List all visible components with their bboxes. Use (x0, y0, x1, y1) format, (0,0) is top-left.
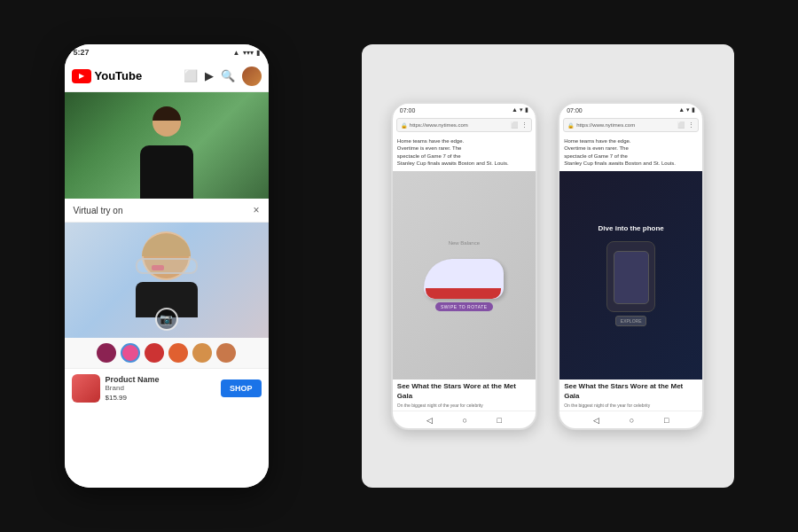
back-button-left[interactable]: ◁ (426, 416, 433, 425)
swatch-pink[interactable] (121, 343, 140, 363)
inner-phone-screen (614, 251, 649, 304)
article-content-right: Home teams have the edge. Overtime is ev… (559, 134, 702, 171)
cast-icon[interactable]: ⬜ (184, 69, 198, 82)
shop-button[interactable]: SHOP (221, 379, 262, 397)
big-headline-right: See What the Stars Wore at the Met Gala (564, 382, 698, 401)
nav-bar-right: ◁ ○ □ (559, 411, 702, 428)
signal-icon: ▲ (233, 49, 240, 57)
vto-header: Virtual try on × (65, 199, 269, 223)
youtube-header-icons: ⬜ ▶ 🔍 (184, 66, 262, 86)
article-content-left: Home teams have the edge. Overtime is ev… (393, 134, 536, 171)
person-hair (153, 106, 181, 121)
tab-icon-right[interactable]: ⬜ (677, 121, 685, 129)
home-button-right[interactable]: ○ (630, 416, 634, 425)
search-icon[interactable]: 🔍 (221, 69, 235, 82)
small-wifi-left: ▾ (520, 106, 523, 113)
article-bottom-left: See What the Stars Wore at the Met Gala … (393, 379, 536, 411)
product-brand: Brand (106, 384, 221, 392)
dive-text: Dive into the phone (598, 224, 664, 233)
product-info: Product Name Brand $15.99 (106, 375, 221, 402)
virtual-tryon-panel: Virtual try on × 📷 (65, 199, 269, 488)
home-button-left[interactable]: ○ (462, 416, 466, 425)
article-text-r3: spectacle of Game 7 of the (564, 153, 698, 160)
small-status-bar-right: 07:00 ▲ ▾ ▮ (559, 104, 702, 116)
article-text-1: Home teams have the edge. (397, 137, 531, 145)
product-bar: Product Name Brand $15.99 SHOP (65, 368, 269, 408)
vto-face-glasses (136, 258, 198, 274)
small-battery-right: ▮ (692, 106, 695, 113)
ad-left[interactable]: New Balance SWIPE TO ROTATE (393, 171, 536, 380)
small-status-icons-left: ▲ ▾ ▮ (512, 106, 528, 113)
main-container: 5:27 ▲ ▾▾▾ ▮ YouTube ⬜ ▶ 🔍 (0, 0, 798, 532)
menu-icon-right[interactable]: ⋮ (688, 121, 694, 129)
phone-right-left: 07:00 ▲ ▾ ▮ 🔒 https://www.nytimes.com ⬜ … (391, 102, 537, 430)
browser-bar-right[interactable]: 🔒 https://www.nytimes.com ⬜ ⋮ (563, 118, 699, 132)
square-button-left[interactable]: □ (497, 416, 502, 425)
browser-bar-left[interactable]: 🔒 https://www.nytimes.com ⬜ ⋮ (396, 118, 532, 132)
youtube-logo-area: YouTube (72, 69, 143, 83)
status-time: 5:27 (74, 48, 90, 57)
back-button-right[interactable]: ◁ (593, 416, 599, 425)
swatch-red[interactable] (145, 343, 164, 363)
swatch-orange[interactable] (192, 343, 212, 363)
small-status-bar-left: 07:00 ▲ ▾ ▮ (393, 104, 536, 116)
phone-left: 5:27 ▲ ▾▾▾ ▮ YouTube ⬜ ▶ 🔍 (65, 44, 269, 488)
explore-badge[interactable]: EXPLORE (615, 316, 647, 326)
youtube-logo-icon (72, 69, 91, 83)
swipe-badge: SWIPE TO ROTATE (435, 302, 493, 311)
dark-phone-image (606, 241, 655, 312)
article-sub-left: On the biggest night of the year for cel… (397, 403, 531, 408)
article-sub-right: On the biggest night of the year for cel… (564, 403, 698, 408)
article-bottom-right: See What the Stars Wore at the Met Gala … (559, 379, 702, 411)
shoe-image (419, 246, 508, 299)
small-signal-left: ▲ (512, 106, 518, 113)
status-bar: 5:27 ▲ ▾▾▾ ▮ (65, 44, 269, 60)
camera-icon[interactable]: ▶ (205, 69, 214, 82)
article-text-r4: Stanley Cup finals awaits Boston and St.… (564, 160, 698, 167)
lock-icon-left: 🔒 (401, 122, 407, 129)
browser-icons-left: ⬜ ⋮ (511, 121, 528, 129)
phone-right-right: 07:00 ▲ ▾ ▮ 🔒 https://www.nytimes.com ⬜ … (558, 102, 704, 430)
vto-close-button[interactable]: × (253, 204, 259, 216)
wifi-icon: ▾▾▾ (243, 49, 254, 57)
avatar[interactable] (242, 66, 262, 86)
color-swatches (65, 338, 269, 368)
article-text-2: Overtime is even rarer. The (397, 145, 531, 152)
small-wifi-right: ▾ (686, 106, 690, 113)
swatch-dark-red[interactable] (97, 343, 116, 363)
small-signal-right: ▲ (678, 106, 685, 113)
battery-icon: ▮ (256, 49, 260, 57)
url-left: https://www.nytimes.com (410, 122, 508, 128)
small-status-icons-right: ▲ ▾ ▮ (678, 106, 695, 113)
browser-icons-right: ⬜ ⋮ (677, 121, 694, 129)
product-icon (72, 374, 100, 403)
big-headline-left: See What the Stars Wore at the Met Gala (397, 382, 531, 401)
article-text-r1: Home teams have the edge. (564, 137, 698, 145)
url-right: https://www.nytimes.com (576, 122, 675, 128)
small-time-right: 07:00 (567, 107, 583, 113)
status-icons: ▲ ▾▾▾ ▮ (233, 49, 260, 57)
video-thumbnail[interactable] (65, 92, 269, 199)
youtube-brand-name: YouTube (95, 69, 143, 82)
vto-title: Virtual try on (74, 206, 123, 215)
person-body (140, 145, 193, 199)
article-text-4: Stanley Cup finals awaits Boston and St.… (397, 160, 531, 167)
right-side: 07:00 ▲ ▾ ▮ 🔒 https://www.nytimes.com ⬜ … (362, 44, 734, 488)
camera-capture-button[interactable]: 📷 (155, 308, 178, 331)
swatch-orange-red[interactable] (168, 343, 188, 363)
small-time-left: 07:00 (400, 107, 416, 113)
article-text-3: spectacle of Game 7 of the (397, 153, 531, 160)
swatch-tan[interactable] (216, 343, 236, 363)
square-button-right[interactable]: □ (664, 416, 669, 425)
menu-icon-left[interactable]: ⋮ (521, 121, 528, 129)
vto-camera[interactable]: 📷 (65, 223, 269, 338)
video-person (131, 101, 202, 199)
lock-icon-right: 🔒 (567, 122, 574, 129)
tab-icon-left[interactable]: ⬜ (511, 121, 519, 129)
youtube-header: YouTube ⬜ ▶ 🔍 (65, 60, 269, 92)
shoe-sole (426, 288, 501, 299)
small-battery-left: ▮ (525, 106, 528, 113)
ad-right[interactable]: Dive into the phone EXPLORE (559, 171, 702, 380)
product-name: Product Name (106, 375, 221, 384)
nav-bar-left: ◁ ○ □ (393, 411, 536, 428)
